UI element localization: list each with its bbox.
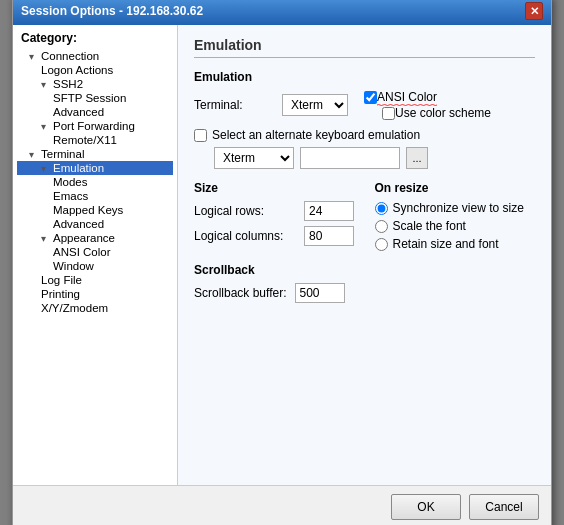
scrollback-row: Scrollback buffer: xyxy=(194,283,535,303)
scrollback-buffer-label: Scrollback buffer: xyxy=(194,286,287,300)
alt-keyboard-label: Select an alternate keyboard emulation xyxy=(212,128,420,142)
browse-button[interactable]: ... xyxy=(406,147,428,169)
sync-view-label: Synchronize view to size xyxy=(393,201,524,215)
logical-columns-input[interactable] xyxy=(304,226,354,246)
sidebar-item-mapped-keys[interactable]: Mapped Keys xyxy=(17,203,173,217)
cancel-button[interactable]: Cancel xyxy=(469,494,539,520)
sidebar-item-label: Advanced xyxy=(53,106,104,118)
alt-keyboard-checkbox-row: Select an alternate keyboard emulation xyxy=(194,128,535,142)
sidebar-item-label: Logon Actions xyxy=(41,64,113,76)
use-color-scheme-label: Use color scheme xyxy=(395,106,491,120)
scale-font-radio[interactable] xyxy=(375,220,388,233)
size-resize-row: Size Logical rows: Logical columns: On r… xyxy=(194,181,535,251)
terminal-dropdown[interactable]: Xterm VT100 VT102 VT220 ANSI xyxy=(282,94,348,116)
sidebar-item-port-forwarding[interactable]: ▾ Port Forwarding xyxy=(17,119,173,133)
expand-icon: ▾ xyxy=(41,79,53,90)
logical-columns-label: Logical columns: xyxy=(194,229,304,243)
sidebar-item-label: X/Y/Zmodem xyxy=(41,302,108,314)
sidebar-item-label: Appearance xyxy=(53,232,115,244)
sidebar-item-modes[interactable]: Modes xyxy=(17,175,173,189)
dialog-footer: OK Cancel xyxy=(13,485,551,525)
sidebar-item-label: Mapped Keys xyxy=(53,204,123,216)
expand-icon: ▾ xyxy=(41,121,53,132)
alt-keyboard-controls: Xterm VT100 VT220 ... xyxy=(214,147,535,169)
sidebar-item-log-file[interactable]: Log File xyxy=(17,273,173,287)
terminal-row: Terminal: Xterm VT100 VT102 VT220 ANSI A… xyxy=(194,90,535,120)
sidebar-item-window[interactable]: Window xyxy=(17,259,173,273)
sidebar-item-xyz-modem[interactable]: X/Y/Zmodem xyxy=(17,301,173,315)
sidebar-item-advanced-conn[interactable]: Advanced xyxy=(17,105,173,119)
sidebar-item-ssh2[interactable]: ▾ SSH2 xyxy=(17,77,173,91)
title-bar: Session Options - 192.168.30.62 ✕ xyxy=(13,0,551,25)
category-label: Category: xyxy=(17,31,173,45)
sidebar-item-terminal[interactable]: ▾ Terminal xyxy=(17,147,173,161)
size-section: Size Logical rows: Logical columns: xyxy=(194,181,355,251)
sync-view-radio[interactable] xyxy=(375,202,388,215)
dialog-body: Category: ▾ Connection Logon Actions ▾ S… xyxy=(13,25,551,485)
expand-icon: ▾ xyxy=(29,149,41,160)
scale-font-option: Scale the font xyxy=(375,219,536,233)
sidebar-item-remote-x11[interactable]: Remote/X11 xyxy=(17,133,173,147)
sidebar-item-appearance[interactable]: ▾ Appearance xyxy=(17,231,173,245)
sync-view-option: Synchronize view to size xyxy=(375,201,536,215)
dialog-title: Session Options - 192.168.30.62 xyxy=(21,4,203,18)
sidebar-item-label: Terminal xyxy=(41,148,84,160)
size-section-label: Size xyxy=(194,181,355,195)
sidebar-item-label: ANSI Color xyxy=(53,246,111,258)
sidebar-item-label: Connection xyxy=(41,50,99,62)
sidebar-item-label: Printing xyxy=(41,288,80,300)
sidebar-item-label: Advanced xyxy=(53,218,104,230)
scrollback-section: Scrollback Scrollback buffer: xyxy=(194,263,535,303)
scrollback-buffer-input[interactable] xyxy=(295,283,345,303)
sidebar-item-label: Log File xyxy=(41,274,82,286)
emulation-section-label: Emulation xyxy=(194,70,535,84)
sidebar-item-emulation[interactable]: ▾ Emulation xyxy=(17,161,173,175)
sidebar-item-label: Emulation xyxy=(53,162,104,174)
sidebar-item-label: Modes xyxy=(53,176,88,188)
sidebar-item-printing[interactable]: Printing xyxy=(17,287,173,301)
sidebar-item-label: Remote/X11 xyxy=(53,134,117,146)
session-options-dialog: Session Options - 192.168.30.62 ✕ Catego… xyxy=(12,0,552,525)
expand-icon: ▾ xyxy=(41,233,53,244)
use-color-scheme-checkbox[interactable] xyxy=(382,107,395,120)
ansi-color-checkbox[interactable] xyxy=(364,91,377,104)
sidebar-item-logon-actions[interactable]: Logon Actions xyxy=(17,63,173,77)
sidebar-item-ansi-color[interactable]: ANSI Color xyxy=(17,245,173,259)
logical-rows-label: Logical rows: xyxy=(194,204,304,218)
logical-rows-row: Logical rows: xyxy=(194,201,355,221)
sidebar-item-label: SFTP Session xyxy=(53,92,126,104)
expand-icon: ▾ xyxy=(41,163,53,174)
content-panel: Emulation Emulation Terminal: Xterm VT10… xyxy=(178,25,551,485)
terminal-label: Terminal: xyxy=(194,98,274,112)
alt-keyboard-section: Select an alternate keyboard emulation X… xyxy=(194,128,535,169)
retain-size-label: Retain size and font xyxy=(393,237,499,251)
sidebar-item-label: Window xyxy=(53,260,94,272)
alt-keyboard-path-input[interactable] xyxy=(300,147,400,169)
retain-size-radio[interactable] xyxy=(375,238,388,251)
retain-size-option: Retain size and font xyxy=(375,237,536,251)
logical-rows-input[interactable] xyxy=(304,201,354,221)
sidebar-item-connection[interactable]: ▾ Connection xyxy=(17,49,173,63)
sidebar-item-label: SSH2 xyxy=(53,78,83,90)
alt-keyboard-checkbox[interactable] xyxy=(194,129,207,142)
sidebar-item-label: Port Forwarding xyxy=(53,120,135,132)
resize-section: On resize Synchronize view to size Scale… xyxy=(375,181,536,251)
sidebar-item-label: Emacs xyxy=(53,190,88,202)
scale-font-label: Scale the font xyxy=(393,219,466,233)
alt-keyboard-dropdown[interactable]: Xterm VT100 VT220 xyxy=(214,147,294,169)
resize-radio-group: Synchronize view to size Scale the font … xyxy=(375,201,536,251)
sidebar: Category: ▾ Connection Logon Actions ▾ S… xyxy=(13,25,178,485)
on-resize-label: On resize xyxy=(375,181,536,195)
expand-icon: ▾ xyxy=(29,51,41,62)
panel-title: Emulation xyxy=(194,37,535,58)
scrollback-section-label: Scrollback xyxy=(194,263,535,277)
ansi-color-label: ANSI Color xyxy=(377,90,437,104)
ok-button[interactable]: OK xyxy=(391,494,461,520)
sidebar-item-emacs[interactable]: Emacs xyxy=(17,189,173,203)
sidebar-item-advanced-term[interactable]: Advanced xyxy=(17,217,173,231)
close-button[interactable]: ✕ xyxy=(525,2,543,20)
logical-columns-row: Logical columns: xyxy=(194,226,355,246)
sidebar-item-sftp-session[interactable]: SFTP Session xyxy=(17,91,173,105)
